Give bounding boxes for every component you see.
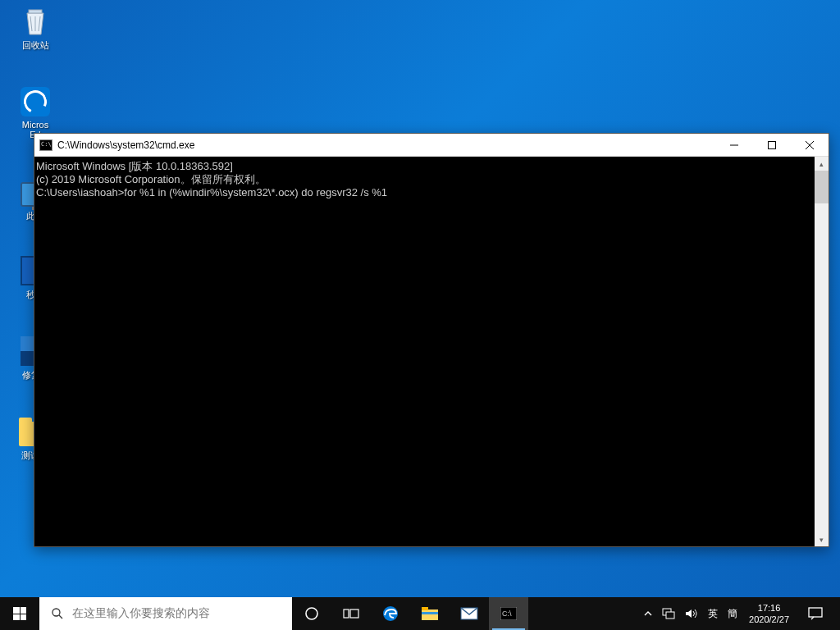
window-title: C:\Windows\system32\cmd.exe (57, 139, 715, 151)
taskbar-mail[interactable] (450, 597, 489, 630)
clock-time: 17:16 (749, 602, 789, 614)
window-controls (715, 134, 829, 156)
taskbar-cortana[interactable] (292, 597, 331, 630)
recycle-bin-icon (19, 5, 52, 38)
svg-rect-11 (422, 609, 438, 620)
svg-rect-9 (350, 609, 358, 618)
taskbar-taskview[interactable] (331, 597, 371, 630)
cmd-app-icon (39, 139, 52, 151)
system-tray: 英 簡 17:16 2020/2/27 (639, 597, 840, 630)
edge-icon (19, 85, 52, 118)
svg-rect-18 (666, 612, 674, 619)
svg-point-5 (52, 609, 60, 616)
svg-rect-2 (769, 141, 776, 148)
start-button[interactable] (0, 597, 39, 630)
icon-label: 回收站 (7, 39, 64, 52)
cmd-icon: C:\ (500, 607, 517, 620)
desktop-icon-recycle-bin[interactable]: 回收站 (7, 5, 64, 52)
taskview-icon (343, 607, 359, 620)
taskbar: 在这里输入你要搜索的内容 C:\ 英 簡 17:16 2020/2/27 (0, 597, 840, 630)
desktop-icon-edge[interactable]: Micros Ed (7, 85, 64, 139)
search-box[interactable]: 在这里输入你要搜索的内容 (39, 597, 292, 630)
terminal-prompt: C:\Users\iashoah>for %1 in (%windir%\sys… (36, 186, 827, 199)
cortana-icon (304, 606, 319, 621)
scrollbar[interactable]: ▴ ▾ (815, 157, 829, 546)
taskbar-edge[interactable] (371, 597, 410, 630)
close-button[interactable] (791, 134, 829, 156)
windows-logo-icon (13, 607, 26, 620)
notification-icon (808, 607, 823, 620)
terminal-line: Microsoft Windows [版本 10.0.18363.592] (36, 160, 827, 173)
mail-icon (460, 607, 478, 620)
tray-ime-mode[interactable]: 簡 (723, 597, 742, 630)
edge-icon (381, 605, 399, 623)
taskbar-clock[interactable]: 17:16 2020/2/27 (742, 602, 796, 625)
network-icon (662, 608, 675, 619)
cmd-terminal[interactable]: Microsoft Windows [版本 10.0.18363.592] (c… (34, 157, 829, 546)
volume-icon (685, 608, 698, 619)
tray-ime-lang[interactable]: 英 (703, 597, 723, 630)
svg-text:C:\: C:\ (502, 609, 512, 618)
cmd-titlebar[interactable]: C:\Windows\system32\cmd.exe (34, 134, 829, 157)
svg-point-7 (306, 608, 317, 619)
search-placeholder: 在这里输入你要搜索的内容 (72, 606, 210, 621)
tray-network[interactable] (657, 597, 680, 630)
scroll-down-button[interactable]: ▾ (815, 532, 829, 546)
svg-rect-8 (344, 609, 349, 618)
minimize-button[interactable] (715, 134, 753, 156)
search-icon (51, 607, 64, 620)
cmd-window[interactable]: C:\Windows\system32\cmd.exe Microsoft Wi… (34, 133, 829, 547)
clock-date: 2020/2/27 (749, 614, 789, 625)
taskbar-explorer[interactable] (410, 597, 450, 630)
terminal-line: (c) 2019 Microsoft Corporation。保留所有权利。 (36, 173, 827, 186)
svg-rect-19 (809, 608, 822, 617)
scroll-up-button[interactable]: ▴ (815, 157, 829, 171)
svg-rect-13 (422, 612, 438, 614)
taskbar-notifications[interactable] (796, 607, 835, 620)
scroll-thumb[interactable] (815, 171, 829, 203)
svg-rect-0 (29, 10, 42, 13)
svg-rect-12 (422, 607, 428, 610)
taskbar-cmd[interactable]: C:\ (489, 597, 528, 630)
chevron-up-icon (644, 609, 652, 618)
maximize-button[interactable] (753, 134, 791, 156)
file-explorer-icon (421, 606, 439, 621)
tray-overflow[interactable] (639, 597, 657, 630)
svg-line-6 (59, 615, 62, 619)
tray-volume[interactable] (680, 597, 703, 630)
